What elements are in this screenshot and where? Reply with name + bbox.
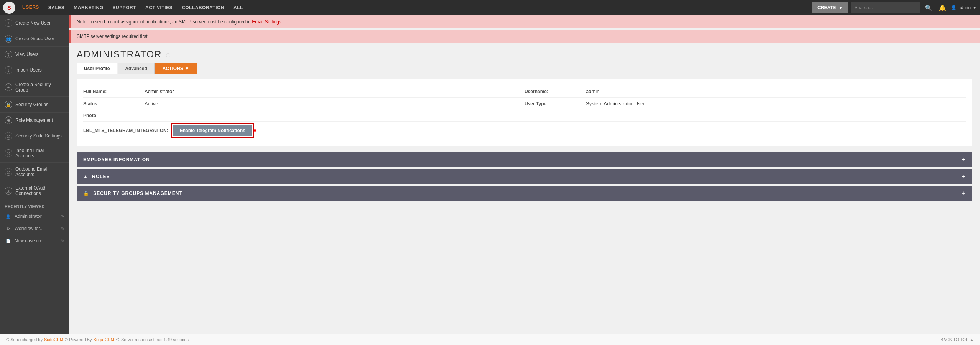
tab-user-profile[interactable]: User Profile [77,63,117,74]
form-row-fullname: Full Name: Administrator Username: admin [83,85,966,98]
email-settings-link[interactable]: Email Settings [252,19,281,25]
main-layout: ◀ + Create New User 👥 Create Group User … [0,15,980,345]
sidebar-item-role-management[interactable]: ⊕ Role Management [0,113,69,128]
recent-item-administrator[interactable]: 👤 Administrator ✎ [0,210,69,222]
form-row-telegram: LBL_MTS_TELEGRAM_INTEGRATION: Enable Tel… [83,122,966,139]
nav-item-activities[interactable]: ACTIVITIES [141,0,177,15]
nav-item-users[interactable]: USERS [18,0,44,15]
sugarcrm-link[interactable]: SugarCRM [94,337,114,342]
sidebar-item-create-security-group[interactable]: + Create a Security Group [0,78,69,97]
oauth-icon: ◎ [5,187,12,195]
usertype-value: System Administrator User [586,101,645,106]
user-dropdown-icon: ▼ [972,5,977,10]
photo-label: Photo: [83,113,145,118]
security-groups-section: 🔒 SECURITY GROUPS MANAGEMENT + [77,186,972,201]
footer: © Supercharged by SuiteCRM © Powered By … [0,334,980,345]
dropdown-arrow-icon: ▼ [839,5,843,10]
tabs-bar: User Profile Advanced ACTIONS ▼ [69,63,980,74]
username-label: Username: [525,89,586,94]
alert-smtp-note: Note: To send record assignment notifica… [69,15,980,28]
app-logo: S [3,2,15,14]
tab-actions[interactable]: ACTIONS ▼ [155,63,197,74]
sidebar-item-inbound-email[interactable]: ◎ Inbound Email Accounts [0,144,69,163]
search-input[interactable] [851,2,920,13]
sidebar-item-import-users[interactable]: ↓ Import Users [0,62,69,78]
sidebar-item-create-group-user[interactable]: 👥 Create Group User [0,31,69,47]
nav-item-sales[interactable]: SALES [44,0,69,15]
top-navigation: S USERS SALES MARKETING SUPPORT ACTIVITI… [0,0,980,15]
recent-item-workflow[interactable]: ⚙ Workflow for... ✎ [0,222,69,235]
sidebar-item-security-suite-settings[interactable]: ◎ Security Suite Settings [0,128,69,144]
status-value: Active [145,101,158,106]
roles-header[interactable]: ▲ ROLES + [77,169,972,184]
recent-item-case[interactable]: 📄 New case cre... ✎ [0,235,69,247]
form-panel: Full Name: Administrator Username: admin… [77,79,972,146]
fullname-label: Full Name: [83,89,145,94]
tab-advanced[interactable]: Advanced [118,63,154,74]
sidebar-item-outbound-email[interactable]: ◎ Outbound Email Accounts [0,163,69,181]
notifications-icon[interactable]: 🔔 [937,3,948,13]
form-row-status: Status: Active User Type: System Adminis… [83,98,966,110]
view-users-icon: ◎ [5,51,12,58]
main-content: Note: To send record assignment notifica… [69,15,980,345]
create-security-group-icon: + [5,83,12,91]
page-title: ADMINISTRATOR [77,49,162,60]
enable-telegram-button[interactable]: Enable Telegram Notifications [173,125,252,136]
actions-dropdown-icon: ▼ [185,66,189,71]
recent-user-icon: 👤 [5,213,12,220]
back-to-top-button[interactable]: BACK TO TOP ▲ [941,337,974,342]
edit-case-icon[interactable]: ✎ [61,239,64,244]
nav-right: CREATE ▼ 🔍 🔔 👤 admin ▼ [812,2,977,13]
edit-workflow-icon[interactable]: ✎ [61,226,64,231]
outbound-email-icon: ◎ [5,168,12,176]
create-user-icon: + [5,19,12,27]
recently-viewed-section: Recently Viewed [0,200,69,210]
search-icon[interactable]: 🔍 [923,3,934,13]
import-users-icon: ↓ [5,66,12,74]
roles-expand-icon[interactable]: + [962,173,966,180]
sidebar-item-oauth[interactable]: ◎ External OAuth Connections [0,181,69,200]
create-button[interactable]: CREATE ▼ [812,2,848,13]
security-lock-icon: 🔒 [83,191,89,196]
group-user-icon: 👥 [5,35,12,43]
roles-section: ▲ ROLES + [77,169,972,184]
nav-item-support[interactable]: SUPPORT [108,0,141,15]
security-expand-icon[interactable]: + [962,190,966,197]
alert-smtp-required: SMTP server settings required first. [69,30,980,43]
security-groups-header[interactable]: 🔒 SECURITY GROUPS MANAGEMENT + [77,186,972,201]
sidebar: ◀ + Create New User 👥 Create Group User … [0,15,69,345]
recent-case-icon: 📄 [5,237,12,244]
sidebar-item-view-users[interactable]: ◎ View Users [0,47,69,62]
employee-information-header[interactable]: EMPLOYEE INFORMATION + [77,152,972,167]
security-suite-settings-icon: ◎ [5,132,12,140]
edit-icon[interactable]: ✎ [61,214,64,219]
security-groups-icon: 🔒 [5,101,12,108]
status-label: Status: [83,101,145,106]
favorite-star-icon[interactable]: ☆ [165,50,171,59]
nav-item-all[interactable]: ALL [229,0,248,15]
nav-item-collaboration[interactable]: COLLABORATION [177,0,229,15]
inbound-email-icon: ◎ [5,149,12,157]
roles-arrow-icon: ▲ [83,174,88,179]
username-value: admin [586,88,599,94]
user-avatar-icon: 👤 [951,5,957,10]
user-menu-button[interactable]: 👤 admin ▼ [951,5,977,10]
sidebar-item-security-groups[interactable]: 🔒 Security Groups [0,97,69,113]
recent-workflow-icon: ⚙ [5,225,12,232]
fullname-value: Administrator [145,88,174,94]
sidebar-item-create-new-user[interactable]: + Create New User [0,15,69,31]
red-indicator-dot [254,129,256,132]
form-row-photo: Photo: [83,110,966,122]
usertype-label: User Type: [525,101,586,106]
employee-expand-icon[interactable]: + [962,156,966,163]
suitecrm-link[interactable]: SuiteCRM [44,337,63,342]
nav-items: USERS SALES MARKETING SUPPORT ACTIVITIES… [18,0,415,15]
nav-item-marketing[interactable]: MARKETING [69,0,108,15]
role-management-icon: ⊕ [5,116,12,124]
page-header: ADMINISTRATOR ☆ [69,43,980,63]
telegram-label: LBL_MTS_TELEGRAM_INTEGRATION: [83,128,173,133]
employee-information-section: EMPLOYEE INFORMATION + [77,152,972,167]
